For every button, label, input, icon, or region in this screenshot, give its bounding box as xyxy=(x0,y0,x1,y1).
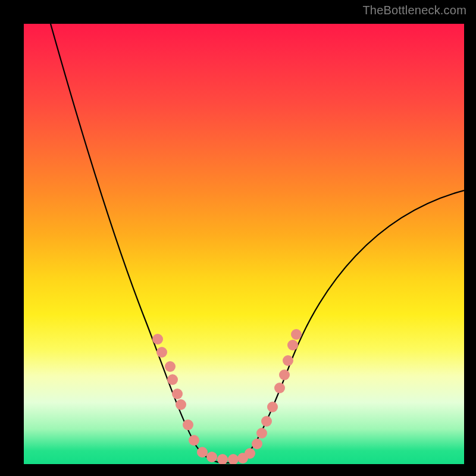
bottleneck-curve xyxy=(51,24,464,463)
curve-marker-dot xyxy=(206,452,217,462)
curve-marker-dot xyxy=(183,419,193,430)
chart-stage: TheBottleneck.com xyxy=(0,0,476,476)
curve-marker-dot xyxy=(287,340,298,350)
curve-marker-dot xyxy=(274,383,285,393)
plot-area xyxy=(24,24,464,464)
curve-layer xyxy=(24,24,464,464)
curve-marker-dot xyxy=(156,347,167,358)
curve-marker-dot xyxy=(228,454,239,464)
curve-marker-dot xyxy=(189,435,199,446)
watermark-label: TheBottleneck.com xyxy=(362,4,466,17)
curve-marker-dot xyxy=(283,355,293,366)
curve-marker-dot xyxy=(217,454,228,464)
curve-marker-dot xyxy=(152,334,163,345)
curve-marker-dot xyxy=(245,448,255,459)
curve-marker-dot xyxy=(279,369,290,380)
curve-marker-dot xyxy=(165,361,176,372)
curve-markers xyxy=(152,329,302,464)
curve-marker-dot xyxy=(167,374,178,385)
curve-marker-dot xyxy=(252,439,262,449)
curve-marker-dot xyxy=(267,402,278,412)
curve-marker-dot xyxy=(291,329,302,340)
curve-marker-dot xyxy=(197,447,208,458)
curve-marker-dot xyxy=(172,389,183,399)
curve-marker-dot xyxy=(256,428,267,439)
curve-marker-dot xyxy=(176,399,186,410)
curve-marker-dot xyxy=(261,416,272,427)
